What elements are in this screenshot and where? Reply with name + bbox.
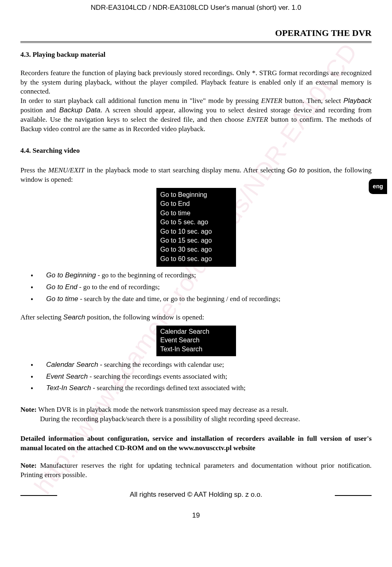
note-text: When DVR is in playback mode the network… [37, 406, 288, 413]
goto-menu-box: Go to Beginning Go to End Go to time Go … [156, 188, 236, 267]
note-text-line2: During the recording playback/search the… [20, 415, 372, 424]
search-label: Search [63, 313, 85, 321]
list-item: Text-In Search - searching the recording… [31, 384, 372, 393]
note-label: Note: [20, 406, 37, 413]
paragraph-4-3-a: Recorders feature the function of playin… [20, 69, 372, 97]
text: button. Then, select [283, 97, 343, 105]
search-menu-box: Calendar Search Event Search Text-In Sea… [156, 326, 236, 356]
paragraph-4-4-intro: Press the MENU/EXIT in the playback mode… [20, 166, 372, 185]
menu-item: Text-In Search [160, 345, 232, 354]
divider [20, 41, 372, 43]
list-item: Go to Beginning - go to the beginning of… [31, 271, 372, 280]
menu-item: Go to End [160, 199, 232, 208]
paragraph-search-intro: After selecting Search position, the fol… [20, 313, 372, 322]
menu-item: Go to Beginning [160, 190, 232, 199]
text: In order to start playback call addition… [20, 97, 261, 105]
desc: - searching the recordings with calendar… [98, 361, 224, 368]
note-block-1: Note: When DVR is in playback mode the n… [20, 405, 372, 424]
menu-item: Calendar Search [160, 327, 232, 336]
list-item: Calendar Search - searching the recordin… [31, 360, 372, 370]
text: in the playback mode to start searching … [85, 166, 287, 174]
playback-label: Playback [343, 97, 372, 105]
text: position, the following window is opened… [85, 313, 204, 321]
term: Text-In Search [46, 384, 91, 392]
menu-item: Go to 30 sec. ago [160, 245, 232, 254]
desc: - searching the recordings defined text … [91, 384, 246, 392]
menu-item: Go to 15 sec. ago [160, 236, 232, 245]
text: position and [20, 106, 59, 114]
desc: - go to the beginning of recordings; [96, 271, 196, 279]
term: Go to time [46, 295, 78, 303]
goto-bullet-list: Go to Beginning - go to the beginning of… [20, 271, 372, 304]
term: Go to End [46, 283, 78, 291]
page-number: 19 [20, 511, 372, 520]
page-header: NDR-EA3104LCD / NDR-EA3108LCD User's man… [20, 3, 372, 13]
list-item: Event Search - searching the recordings … [31, 372, 372, 382]
text: Press the [20, 166, 48, 174]
note-text: Manufacturer reserves the right for upda… [20, 462, 372, 479]
desc: - go to the end of recordings; [78, 283, 160, 291]
desc: - searching the recordings events associ… [88, 373, 227, 380]
menu-item: Event Search [160, 336, 232, 345]
language-tab: eng [369, 179, 387, 194]
text: After selecting [20, 313, 63, 321]
search-bullet-list: Calendar Search - searching the recordin… [20, 360, 372, 393]
term: Go to Beginning [46, 271, 96, 279]
list-item: Go to End - go to the end of recordings; [31, 283, 372, 292]
footer-copyright: All rights reserved © AAT Holding sp. z … [20, 490, 372, 500]
heading-4-4: 4.4. Searching video [20, 146, 372, 156]
menu-item: Go to 60 sec. ago [160, 254, 232, 263]
desc: - search by the date and time, or go to … [78, 295, 280, 303]
paragraph-4-3-b: In order to start playback call addition… [20, 96, 372, 134]
note-label: Note: [20, 462, 37, 469]
section-title: OPERATING THE DVR [20, 27, 372, 39]
go-to-label: Go to [287, 166, 305, 174]
term: Event Search [46, 373, 88, 380]
term: Calendar Search [46, 361, 98, 368]
note-block-2: Note: Manufacturer reserves the right fo… [20, 461, 372, 480]
menu-exit-label: MENU/EXIT [48, 166, 85, 174]
detailed-info: Detailed information about configuration… [20, 434, 372, 453]
menu-item: Go to 10 sec. ago [160, 227, 232, 236]
menu-item: Go to time [160, 209, 232, 218]
backup-data-label: Backup Data [59, 106, 100, 114]
menu-item: Go to 5 sec. ago [160, 218, 232, 227]
enter-label: ENTER [247, 116, 268, 123]
enter-label: ENTER [261, 97, 283, 105]
list-item: Go to time - search by the date and time… [31, 295, 372, 304]
heading-4-3: 4.3. Playing backup material [20, 50, 372, 60]
